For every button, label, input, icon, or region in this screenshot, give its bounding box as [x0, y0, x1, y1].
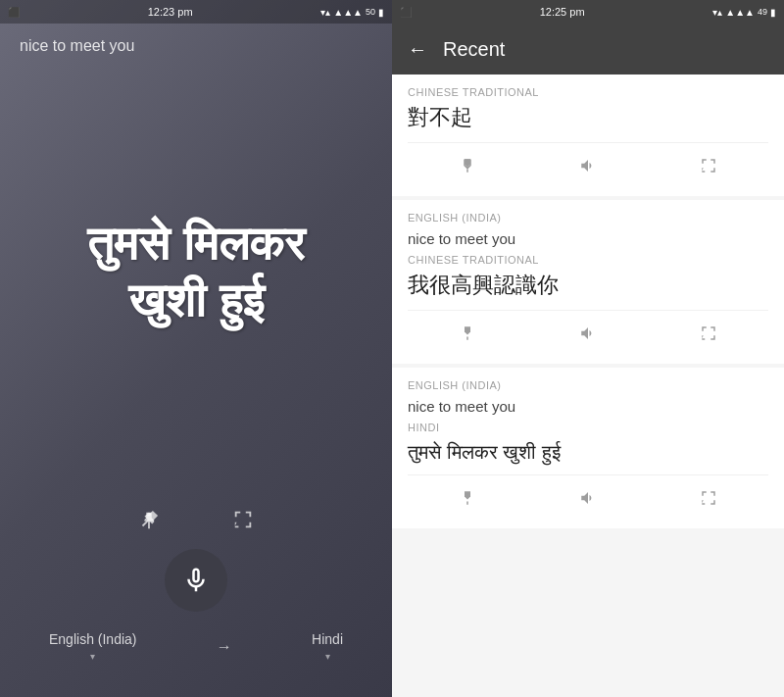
target-lang-dropdown: ▾: [325, 651, 330, 662]
card1-main-text: 對不起: [408, 104, 768, 132]
card3-sound-button[interactable]: [560, 483, 616, 517]
status-icons-left: ▾▴ ▲▲▲ 50 ▮: [320, 7, 384, 18]
translated-text-content: तुमसे मिलकर खुशी हुई: [87, 218, 304, 326]
card2-expand-button[interactable]: [680, 319, 737, 352]
signal-icon-right: ▲▲▲: [725, 7, 755, 18]
card2-main-text: 我很高興認識你: [408, 272, 768, 300]
pin-button-left[interactable]: [131, 502, 167, 537]
mic-button[interactable]: [165, 549, 227, 612]
source-lang-label: English (India): [49, 631, 137, 647]
right-panel: ⬛ 12:25 pm ▾▴ ▲▲▲ 49 ▮ ← Recent CHINESE …: [392, 0, 784, 697]
card3-source-text: nice to meet you: [408, 397, 768, 417]
toolbar: ← Recent: [392, 24, 784, 75]
card3-actions: [408, 474, 768, 521]
language-bar: English (India) ▾ → Hindi ▾: [20, 623, 372, 677]
recent-card-1: CHINESE TRADITIONAL 對不起: [392, 75, 784, 196]
recent-list: CHINESE TRADITIONAL 對不起: [392, 75, 784, 697]
card3-target-lang-label: HINDI: [408, 422, 768, 433]
back-button[interactable]: ←: [408, 38, 427, 61]
card3-source-lang-label: ENGLISH (INDIA): [408, 379, 768, 391]
wifi-icon-right: ▾▴: [712, 7, 722, 18]
svg-point-1: [466, 159, 468, 161]
card2-target-lang-label: CHINESE TRADITIONAL: [408, 254, 768, 266]
source-language[interactable]: English (India) ▾: [49, 631, 137, 662]
signal-icon-left: ▲▲▲: [333, 7, 363, 18]
battery-label-left: 50: [366, 7, 375, 17]
card2-actions: [408, 310, 768, 356]
status-bar-right: ⬛ 12:25 pm ▾▴ ▲▲▲ 49 ▮: [392, 0, 784, 24]
card1-lang-label: CHINESE TRADITIONAL: [408, 86, 768, 98]
bottom-controls: English (India) ▾ → Hindi ▾: [0, 482, 392, 697]
target-lang-label: Hindi: [312, 631, 343, 647]
card1-actions: [408, 142, 768, 188]
left-panel: ⬛ 12:23 pm ▾▴ ▲▲▲ 50 ▮ nice to meet you …: [0, 0, 392, 697]
card2-pin-button[interactable]: [439, 319, 496, 352]
card1-sound-button[interactable]: [560, 151, 616, 184]
translation-area: तुमसे मिलकर खुशी हुई: [0, 63, 392, 482]
recent-card-2: ENGLISH (INDIA) nice to meet you CHINESE…: [392, 200, 784, 364]
expand-button-left[interactable]: [225, 502, 261, 537]
lang-arrow: →: [217, 638, 232, 656]
card2-source-text: nice to meet you: [408, 229, 768, 249]
time-right: 12:25 pm: [540, 6, 585, 18]
card3-expand-button[interactable]: [680, 483, 737, 517]
status-icons-right: ▾▴ ▲▲▲ 49 ▮: [712, 7, 776, 18]
card1-pin-button[interactable]: [439, 151, 496, 184]
target-language[interactable]: Hindi ▾: [312, 631, 343, 662]
battery-icon-right: ▮: [770, 7, 776, 18]
card1-expand-button[interactable]: [680, 151, 737, 184]
battery-icon-left: ▮: [378, 7, 384, 18]
battery-label-right: 49: [758, 7, 767, 17]
card3-main-text: तुमसे मिलकर खुशी हुई: [408, 439, 768, 465]
status-bar-left: ⬛ 12:23 pm ▾▴ ▲▲▲ 50 ▮: [0, 0, 392, 24]
time-left: 12:23 pm: [148, 6, 193, 18]
photo-icon-left: ⬛: [8, 7, 20, 18]
card2-sound-button[interactable]: [560, 319, 616, 352]
photo-icon-right: ⬛: [400, 7, 412, 18]
source-lang-dropdown: ▾: [90, 651, 95, 662]
translated-text: तुमसे मिलकर खुशी हुई: [68, 216, 323, 328]
toolbar-title: Recent: [443, 38, 505, 61]
input-text: nice to meet you: [0, 24, 392, 63]
card2-source-lang-label: ENGLISH (INDIA): [408, 212, 768, 224]
recent-card-3: ENGLISH (INDIA) nice to meet you HINDI त…: [392, 368, 784, 529]
icon-row: [20, 502, 372, 537]
card3-pin-button[interactable]: [439, 483, 496, 517]
wifi-icon-left: ▾▴: [320, 7, 330, 18]
